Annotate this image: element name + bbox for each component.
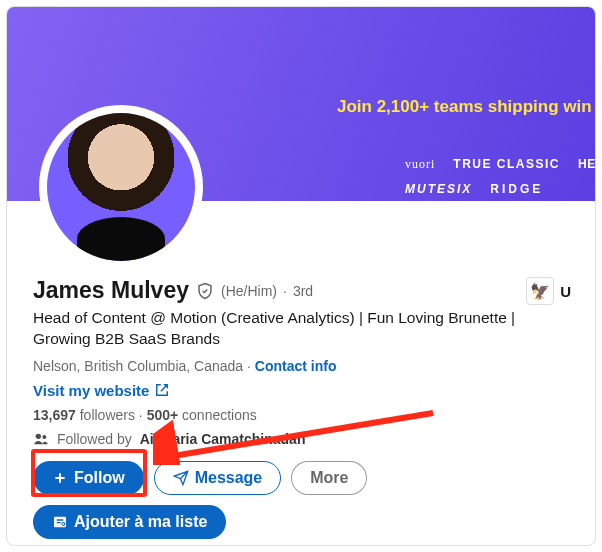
plus-icon [52, 470, 68, 486]
message-button[interactable]: Message [154, 461, 282, 495]
connection-degree: 3rd [293, 283, 313, 299]
contact-info-link[interactable]: Contact info [255, 358, 337, 374]
brand-mutesix: MUTESIX [405, 182, 472, 196]
visit-website-link[interactable]: Visit my website [33, 382, 149, 399]
more-button-label: More [310, 469, 348, 487]
svg-point-1 [42, 435, 46, 439]
company-name-initial: U [560, 283, 571, 300]
brand-hexclad: HEXCLAD [578, 157, 595, 172]
separator-dot: · [247, 358, 255, 374]
follow-button[interactable]: Follow [33, 461, 144, 495]
connections-count[interactable]: 500+ [147, 407, 179, 423]
profile-name[interactable]: James Mulvey [33, 277, 189, 304]
name-row: James Mulvey (He/Him) · 3rd [33, 277, 569, 304]
profile-headline: Head of Content @ Motion (Creative Analy… [33, 308, 553, 350]
external-link-icon [155, 383, 169, 397]
separator-dot: · [283, 283, 287, 299]
more-button[interactable]: More [291, 461, 367, 495]
brand-true-classic: TRUE CLASSIC [453, 157, 560, 172]
followed-by-name[interactable]: Aiswaria Camatchinadan [140, 431, 306, 447]
people-icon [33, 431, 49, 447]
location-row: Nelson, British Columbia, Canada · Conta… [33, 358, 569, 374]
pronouns: (He/Him) [221, 283, 277, 299]
location-text: Nelson, British Columbia, Canada [33, 358, 243, 374]
followers-label[interactable]: followers [80, 407, 135, 423]
brand-ridge: RIDGE [490, 182, 543, 196]
primary-actions-row: Follow Message More [33, 461, 569, 495]
secondary-actions-row: Ajouter à ma liste [33, 505, 569, 539]
follow-button-label: Follow [74, 469, 125, 487]
banner-headline: Join 2,100+ teams shipping win [337, 97, 595, 117]
verified-shield-icon[interactable] [195, 281, 215, 301]
followed-by-row[interactable]: Followed by Aiswaria Camatchinadan [33, 431, 569, 447]
banner-brand-logos: vuori TRUE CLASSIC HEXCLAD MUTESIX RIDGE [405, 157, 595, 196]
connections-label[interactable]: connections [182, 407, 257, 423]
svg-point-0 [36, 434, 41, 439]
profile-card: Join 2,100+ teams shipping win vuori TRU… [6, 6, 596, 546]
add-to-list-button[interactable]: Ajouter à ma liste [33, 505, 226, 539]
followers-count[interactable]: 13,697 [33, 407, 76, 423]
separator-dot: · [139, 407, 147, 423]
message-button-label: Message [195, 469, 263, 487]
current-company[interactable]: 🦅 U [526, 277, 571, 305]
add-to-list-label: Ajouter à ma liste [74, 513, 207, 531]
send-icon [173, 470, 189, 486]
stats-row: 13,697 followers · 500+ connections [33, 407, 569, 423]
website-row[interactable]: Visit my website [33, 382, 569, 399]
profile-content: James Mulvey (He/Him) · 3rd Head of Cont… [7, 201, 595, 539]
brand-vuori: vuori [405, 157, 435, 172]
list-add-icon [52, 514, 68, 530]
company-logo-icon: 🦅 [526, 277, 554, 305]
followed-by-prefix: Followed by [57, 431, 132, 447]
